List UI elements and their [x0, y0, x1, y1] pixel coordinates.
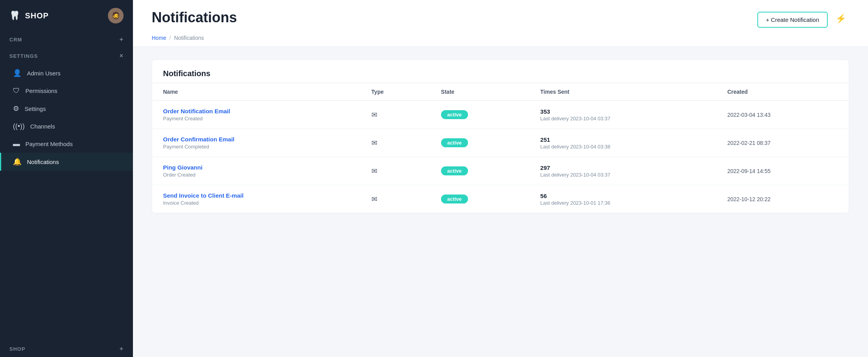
table-row[interactable]: Send Invoice to Client E-mail Invoice Cr… [152, 185, 849, 213]
cell-times-sent-1: 251 Last delivery 2023-10-04 03:38 [529, 129, 716, 157]
card-title: Notifications [152, 60, 849, 83]
sidebar-section-crm-label: CRM [9, 37, 22, 43]
main-content: Notifications + Create Notification ⚡ Ho… [133, 0, 868, 357]
sidebar-item-permissions-label: Permissions [25, 87, 57, 94]
cell-times-sent-2: 297 Last delivery 2023-10-04 03:37 [529, 157, 716, 185]
sidebar-item-channels[interactable]: ((•)) Channels [0, 118, 133, 135]
sidebar-item-notifications-label: Notifications [27, 159, 59, 165]
settings-icon: ⚙ [13, 104, 19, 113]
cell-type-2: ✉ [360, 157, 430, 185]
page-title: Notifications [152, 9, 237, 26]
cell-created-2: 2022-09-14 14:55 [716, 157, 849, 185]
sidebar-section-settings[interactable]: SETTINGS × [0, 48, 133, 64]
notifications-card: Notifications Name Type State Times Sent… [152, 59, 849, 213]
sidebar-item-channels-label: Channels [30, 123, 55, 130]
breadcrumb-separator: / [169, 35, 171, 41]
page-header-top: Notifications + Create Notification ⚡ [152, 9, 849, 31]
notification-name-link-2[interactable]: Ping Giovanni [163, 164, 350, 171]
notification-subtitle-3: Invoice Created [163, 200, 350, 206]
notification-name-link-1[interactable]: Order Confirmation Email [163, 136, 350, 143]
tooth-icon: 🦷 [9, 11, 20, 21]
status-badge-1: active [441, 138, 468, 147]
content-area: Notifications Name Type State Times Sent… [133, 47, 868, 226]
cell-type-0: ✉ [360, 101, 430, 129]
status-badge-0: active [441, 110, 468, 119]
times-sent-count-2: 297 [540, 164, 705, 171]
col-created: Created [716, 83, 849, 101]
admin-users-icon: 👤 [13, 69, 22, 77]
times-sent-count-3: 56 [540, 193, 705, 199]
times-sent-count-1: 251 [540, 136, 705, 143]
sidebar-item-permissions[interactable]: 🛡 Permissions [0, 82, 133, 100]
cell-state-1: active [430, 129, 529, 157]
col-type: Type [360, 83, 430, 101]
cell-created-1: 2022-02-21 08:37 [716, 129, 849, 157]
times-sent-last-0: Last delivery 2023-10-04 03:37 [540, 116, 705, 121]
table-header-row: Name Type State Times Sent Created [152, 83, 849, 101]
sidebar-item-settings[interactable]: ⚙ Settings [0, 100, 133, 118]
cell-times-sent-0: 353 Last delivery 2023-10-04 03:37 [529, 101, 716, 129]
cell-name-3: Send Invoice to Client E-mail Invoice Cr… [152, 185, 360, 213]
table-row[interactable]: Order Notification Email Payment Created… [152, 101, 849, 129]
email-icon-2: ✉ [371, 167, 377, 175]
col-name: Name [152, 83, 360, 101]
cell-created-0: 2022-03-04 13:43 [716, 101, 849, 129]
cell-type-1: ✉ [360, 129, 430, 157]
sidebar-item-payment-methods-label: Payment Methods [25, 141, 73, 147]
sidebar-nav: 👤 Admin Users 🛡 Permissions ⚙ Settings (… [0, 64, 133, 171]
payment-methods-icon: ▬ [13, 140, 20, 148]
create-notification-button[interactable]: + Create Notification [757, 12, 828, 28]
cell-name-1: Order Confirmation Email Payment Complet… [152, 129, 360, 157]
table-row[interactable]: Order Confirmation Email Payment Complet… [152, 129, 849, 157]
times-sent-last-1: Last delivery 2023-10-04 03:38 [540, 144, 705, 150]
sidebar-header: 🦷 SHOP 🧔 [0, 0, 133, 31]
cell-created-3: 2022-10-12 20:22 [716, 185, 849, 213]
notification-name-link-0[interactable]: Order Notification Email [163, 108, 350, 114]
col-times-sent: Times Sent [529, 83, 716, 101]
avatar[interactable]: 🧔 [108, 8, 124, 23]
sidebar-item-payment-methods[interactable]: ▬ Payment Methods [0, 135, 133, 153]
times-sent-count-0: 353 [540, 108, 705, 115]
table-row[interactable]: Ping Giovanni Order Created ✉ active 297… [152, 157, 849, 185]
email-icon-3: ✉ [371, 195, 377, 203]
sidebar-section-crm-icon: + [120, 36, 124, 43]
sidebar-logo-text: SHOP [25, 11, 49, 20]
cell-state-2: active [430, 157, 529, 185]
notification-name-link-3[interactable]: Send Invoice to Client E-mail [163, 192, 350, 199]
cell-state-0: active [430, 101, 529, 129]
channels-icon: ((•)) [13, 122, 25, 130]
times-sent-last-2: Last delivery 2023-10-04 03:37 [540, 172, 705, 178]
cell-name-2: Ping Giovanni Order Created [152, 157, 360, 185]
sidebar-section-crm[interactable]: CRM + [0, 31, 133, 48]
notification-subtitle-2: Order Created [163, 172, 350, 178]
sidebar-section-settings-icon: × [120, 52, 124, 59]
cell-name-0: Order Notification Email Payment Created [152, 101, 360, 129]
times-sent-last-3: Last delivery 2023-10-01 17:36 [540, 200, 705, 206]
page-header: Notifications + Create Notification ⚡ Ho… [133, 0, 868, 47]
sidebar-section-shop[interactable]: SHOP + [0, 341, 133, 357]
header-actions: + Create Notification ⚡ [757, 9, 849, 28]
email-icon-0: ✉ [371, 111, 377, 119]
cell-times-sent-3: 56 Last delivery 2023-10-01 17:36 [529, 185, 716, 213]
sidebar-logo: 🦷 SHOP [9, 11, 49, 21]
email-icon-1: ✉ [371, 139, 377, 147]
cell-state-3: active [430, 185, 529, 213]
sidebar-item-admin-users[interactable]: 👤 Admin Users [0, 64, 133, 82]
sidebar: 🦷 SHOP 🧔 CRM + SETTINGS × 👤 Admin Users … [0, 0, 133, 357]
notification-subtitle-0: Payment Created [163, 116, 350, 121]
sidebar-item-admin-users-label: Admin Users [27, 70, 61, 77]
col-state: State [430, 83, 529, 101]
cell-type-3: ✉ [360, 185, 430, 213]
breadcrumb-home-link[interactable]: Home [152, 35, 166, 41]
status-badge-2: active [441, 166, 468, 175]
sidebar-section-shop-icon: + [120, 345, 124, 352]
notifications-icon: 🔔 [13, 157, 22, 166]
status-badge-3: active [441, 195, 468, 203]
breadcrumb-current: Notifications [174, 35, 204, 41]
sidebar-section-shop-label: SHOP [9, 346, 25, 352]
bell-icon-button[interactable]: ⚡ [832, 11, 849, 27]
sidebar-section-settings-label: SETTINGS [9, 53, 38, 59]
sidebar-item-notifications[interactable]: 🔔 Notifications [0, 153, 133, 171]
breadcrumb: Home / Notifications [152, 31, 849, 46]
notification-subtitle-1: Payment Completed [163, 144, 350, 150]
